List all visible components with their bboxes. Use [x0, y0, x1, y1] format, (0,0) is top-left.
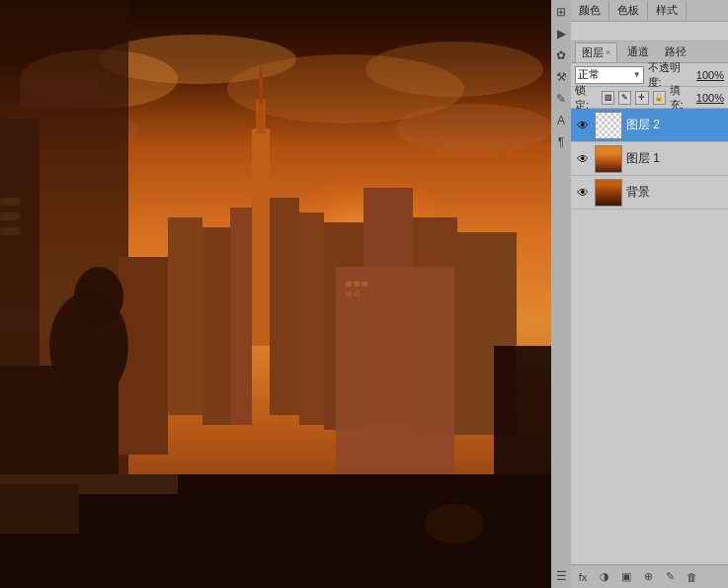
fill-value[interactable]: 100% — [696, 92, 724, 104]
opacity-value[interactable]: 100% — [696, 69, 724, 81]
svg-point-37 — [74, 267, 123, 326]
lock-row: 锁定: ▨ ✎ ✛ 🔒 填充: 100% — [571, 87, 728, 109]
tab-paths[interactable]: 路径 — [659, 42, 692, 61]
svg-rect-39 — [0, 212, 20, 220]
svg-rect-26 — [346, 282, 352, 287]
eye-icon-layer1[interactable]: 👁 — [575, 151, 591, 167]
canvas-area — [0, 0, 571, 588]
tools-icon[interactable]: ⚒ — [553, 69, 569, 85]
fill-label: 填充: — [670, 83, 692, 113]
tab-layers[interactable]: 图层 × — [575, 42, 617, 62]
eye-icon-layer2[interactable]: 👁 — [575, 118, 591, 133]
svg-point-5 — [365, 42, 543, 97]
thumb-city-layer1 — [596, 146, 621, 172]
blend-mode-label: 正常 — [578, 67, 600, 82]
new-fill-button[interactable]: ◑ — [597, 569, 612, 585]
svg-rect-28 — [362, 282, 367, 287]
svg-rect-30 — [354, 292, 360, 296]
svg-rect-27 — [354, 282, 360, 287]
layer-name-layer1: 图层 1 — [626, 150, 724, 167]
layer-name-background: 背景 — [626, 184, 724, 201]
layer-item-layer1[interactable]: 👁 图层 1 — [571, 142, 728, 176]
svg-rect-15 — [168, 217, 202, 415]
svg-rect-10 — [20, 79, 99, 109]
paragraph-icon[interactable]: ¶ — [553, 134, 569, 150]
layer-item-background[interactable]: 👁 背景 — [571, 176, 728, 210]
adjustment-button[interactable]: ▣ — [618, 569, 634, 585]
svg-rect-12 — [256, 99, 266, 133]
svg-point-41 — [425, 504, 484, 544]
new-layer-button[interactable]: ✎ — [662, 569, 678, 585]
canvas-image — [0, 0, 571, 588]
svg-point-7 — [395, 104, 553, 153]
flower-icon[interactable]: ✿ — [553, 47, 569, 63]
fx-button[interactable]: fx — [575, 569, 591, 585]
layer-thumb-layer2 — [595, 112, 622, 139]
play-icon[interactable]: ▶ — [553, 26, 569, 42]
layers-list: 👁 图层 2 👁 图层 1 👁 — [571, 109, 728, 564]
layers-bottom-toolbar: fx ◑ ▣ ⊕ ✎ 🗑 — [571, 564, 728, 588]
thumb-bg-background — [596, 180, 621, 206]
tab-swatches[interactable]: 色板 — [609, 1, 648, 20]
layer-item-layer2[interactable]: 👁 图层 2 — [571, 109, 728, 142]
top-tab-row: 颜色 色板 样式 — [571, 0, 728, 22]
svg-rect-19 — [299, 212, 324, 425]
svg-rect-40 — [0, 227, 20, 235]
layers-mini-icon[interactable]: ☰ — [553, 568, 569, 584]
group-button[interactable]: ⊕ — [640, 569, 656, 585]
color-panel-content — [571, 22, 728, 42]
lock-label: 锁定: — [575, 83, 598, 113]
svg-rect-35 — [0, 484, 79, 534]
svg-rect-38 — [0, 198, 20, 206]
lock-paint-btn[interactable]: ✎ — [618, 91, 631, 105]
tab-color[interactable]: 颜色 — [571, 1, 609, 20]
svg-rect-29 — [346, 292, 352, 296]
svg-rect-18 — [270, 198, 299, 415]
tab-layers-label: 图层 — [582, 45, 604, 60]
tab-layers-close[interactable]: × — [606, 47, 610, 57]
layer-thumb-layer1 — [595, 145, 622, 173]
eye-icon-background[interactable]: 👁 — [575, 185, 591, 201]
text-icon[interactable]: A — [553, 113, 569, 128]
layer-thumb-background — [595, 179, 622, 207]
blend-mode-select[interactable]: 正常 ▼ — [575, 66, 644, 84]
svg-rect-11 — [252, 128, 270, 346]
right-panel: 颜色 色板 样式 图层 × 通道 路径 正常 ▼ — [571, 0, 728, 588]
svg-rect-14 — [260, 59, 262, 79]
expand-icon[interactable]: ⊞ — [553, 4, 569, 20]
lock-all-btn[interactable]: 🔒 — [653, 91, 666, 105]
svg-rect-9 — [0, 119, 40, 366]
svg-rect-17 — [230, 208, 252, 425]
tab-channels[interactable]: 通道 — [621, 42, 655, 61]
tab-styles[interactable]: 样式 — [648, 1, 687, 20]
blend-chevron-icon: ▼ — [633, 70, 641, 79]
brush-icon[interactable]: ✎ — [553, 91, 569, 107]
lock-position-btn[interactable]: ✛ — [635, 91, 648, 105]
svg-rect-25 — [336, 267, 454, 504]
lock-transparency-btn[interactable]: ▨ — [602, 91, 614, 105]
layer-name-layer2: 图层 2 — [626, 117, 724, 133]
svg-rect-16 — [202, 227, 230, 425]
thumb-checker-layer2 — [596, 113, 621, 138]
side-icon-strip: ⊞ ▶ ✿ ⚒ ✎ A ¶ ☰ — [551, 0, 571, 588]
delete-layer-button[interactable]: 🗑 — [684, 569, 699, 585]
